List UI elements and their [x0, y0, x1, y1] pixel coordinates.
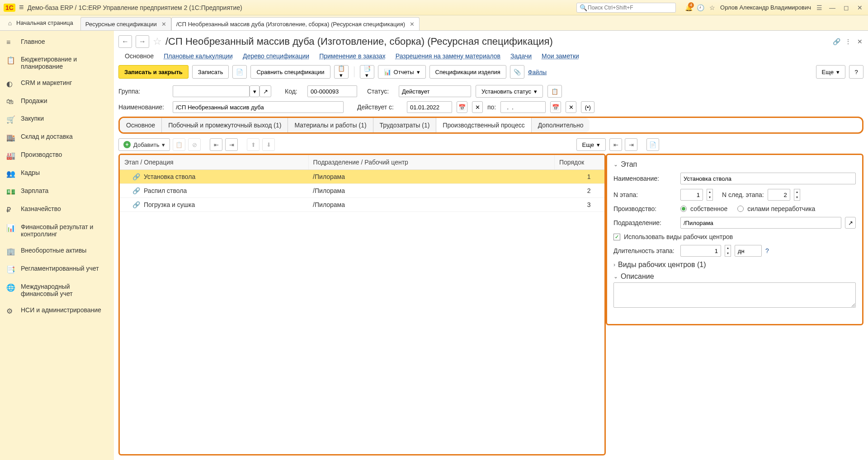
subnav-apply[interactable]: Применение в заказах — [319, 52, 386, 60]
group-dropdown-button[interactable]: ▾ — [250, 85, 259, 97]
sidebar-item-11[interactable]: 🏢Внеоборотные активы — [0, 242, 110, 260]
inner-tab-additional[interactable]: Дополнительно — [532, 118, 590, 132]
tab-spec-item[interactable]: /СП Необрезанный массив дуба (Изготовлен… — [171, 17, 420, 30]
group-input[interactable] — [173, 85, 250, 97]
sidebar-item-5[interactable]: 🏬Склад и доставка — [0, 128, 110, 146]
list-more-button[interactable]: Еще ▾ — [576, 138, 606, 151]
desc-textarea[interactable] — [613, 282, 856, 308]
sidebar-item-2[interactable]: ◐CRM и маркетинг — [0, 75, 110, 93]
notifications-icon[interactable]: 🔔4 — [685, 4, 692, 11]
det-unit-input[interactable] — [680, 217, 841, 229]
date-clear-button2[interactable]: ✕ — [566, 101, 576, 113]
sidebar-item-3[interactable]: 🛍Продажи — [0, 93, 110, 110]
inner-tab-process[interactable]: Производственный процесс — [436, 118, 531, 132]
subnav-plan[interactable]: Плановые калькуляции — [164, 52, 233, 60]
status-extra-button[interactable]: 📋 — [547, 85, 562, 98]
detail-collapse-button[interactable]: ⇥ — [625, 138, 637, 151]
help-button[interactable]: ? — [849, 65, 863, 79]
sidebar-item-8[interactable]: 💵Зарплата — [0, 183, 110, 201]
set-status-button[interactable]: Установить статус ▾ — [476, 85, 543, 98]
subnav-main[interactable]: Основное — [125, 52, 154, 60]
sidebar-item-7[interactable]: 👥Кадры — [0, 164, 110, 183]
sidebar-item-6[interactable]: 🏭Производство — [0, 146, 110, 164]
delete-row-button[interactable]: ⊘ — [188, 138, 201, 151]
use-rc-checkbox[interactable]: ✓ — [613, 234, 620, 240]
stage-n-spinner[interactable]: ▴▾ — [707, 189, 713, 201]
det-name-input[interactable] — [680, 173, 856, 184]
code-input[interactable] — [307, 85, 357, 97]
dur-help-icon[interactable]: ? — [765, 247, 769, 254]
maximize-button[interactable]: ◻ — [842, 4, 851, 11]
favorite-icon[interactable]: ☆ — [708, 4, 716, 11]
sidebar-item-14[interactable]: ⚙НСИ и администрирование — [0, 302, 110, 320]
inner-tab-byproduct[interactable]: Побочный и промежуточный выход (1) — [162, 118, 288, 132]
table-row[interactable]: 🔗Установка ствола/Пилорама1 — [120, 170, 604, 184]
settings-icon[interactable]: ☰ — [816, 4, 823, 11]
global-search[interactable]: 🔍 — [576, 3, 676, 13]
inner-tab-materials[interactable]: Материалы и работы (1) — [288, 118, 373, 132]
col-unit[interactable]: Подразделение / Рабочий центр — [308, 155, 554, 170]
subnav-tasks[interactable]: Задачи — [510, 52, 532, 60]
move-down-button[interactable]: ⬇ — [262, 138, 275, 151]
detail-form-button[interactable]: 📄 — [646, 138, 659, 151]
nav-forward-button[interactable]: → — [136, 35, 149, 48]
save-close-button[interactable]: Записать и закрыть — [118, 65, 189, 79]
copy-dropdown-button[interactable]: 📋▾ — [334, 65, 349, 79]
sidebar-item-9[interactable]: ₽Казначейство — [0, 201, 110, 219]
det-dur-input[interactable] — [680, 245, 721, 257]
radio-own[interactable] — [680, 206, 687, 212]
next-n-spinner[interactable]: ▴▾ — [794, 189, 800, 201]
inner-tab-main[interactable]: Основное — [120, 118, 162, 132]
history-icon[interactable]: 🕘 — [697, 4, 704, 11]
collapse-button[interactable]: ⇥ — [225, 138, 238, 151]
copy-row-button[interactable]: 📋 — [173, 138, 185, 151]
add-button[interactable]: + Добавить ▾ — [118, 138, 170, 151]
tab-home[interactable]: ⌂ Начальная страница — [0, 15, 80, 30]
col-stage[interactable]: Этап / Операция — [120, 155, 308, 170]
name-input[interactable] — [173, 101, 344, 113]
section-stage[interactable]: ⌄ Этап — [613, 159, 856, 170]
dur-spinner[interactable]: ▴▾ — [725, 245, 731, 257]
det-dur-unit[interactable] — [735, 245, 762, 257]
section-rc-types[interactable]: › Виды рабочих центров (1) — [613, 259, 856, 271]
stages-table[interactable]: Этап / Операция Подразделение / Рабочий … — [120, 155, 604, 212]
sidebar-item-0[interactable]: ≡Главное — [0, 33, 110, 51]
group-open-button[interactable]: ↗ — [259, 85, 271, 97]
date-clear-button[interactable]: ✕ — [472, 101, 483, 113]
det-stage-n-input[interactable] — [680, 189, 703, 201]
subnav-repl[interactable]: Разрешения на замену материалов — [396, 52, 500, 60]
table-row[interactable]: 🔗Распил ствола/Пилорама2 — [120, 184, 604, 198]
unit-open-button[interactable]: ↗ — [845, 217, 856, 229]
more-button[interactable]: Еще ▾ — [816, 65, 845, 79]
sidebar-item-1[interactable]: 📋Бюджетирование и планирование — [0, 51, 110, 75]
valid-to-input[interactable] — [500, 101, 546, 113]
tab-resource-specs[interactable]: Ресурсные спецификации ✕ — [80, 17, 171, 30]
close-page-icon[interactable]: ✕ — [856, 38, 863, 45]
tab-close-icon[interactable]: ✕ — [160, 21, 166, 28]
compare-button[interactable]: Сравнить спецификации — [250, 65, 330, 79]
radio-ext[interactable] — [737, 206, 744, 212]
sidebar-item-12[interactable]: 📑Регламентированный учет — [0, 260, 110, 278]
move-up-button[interactable]: ⬆ — [247, 138, 259, 151]
sidebar-item-4[interactable]: 🛒Закупки — [0, 110, 110, 128]
tab-close-icon[interactable]: ✕ — [408, 21, 415, 28]
sidebar-item-13[interactable]: 🌐Международный финансовый учет — [0, 278, 110, 302]
expand-button[interactable]: ⇤ — [210, 138, 222, 151]
date-picker-button[interactable]: 📅 — [457, 101, 467, 113]
subnav-notes[interactable]: Мои заметки — [542, 52, 579, 60]
list-button[interactable]: 📄 — [232, 65, 247, 79]
link-icon[interactable]: 🔗 — [833, 38, 840, 45]
nav-back-button[interactable]: ← — [118, 35, 132, 48]
table-row[interactable]: 🔗Погрузка и сушка/Пилорама3 — [120, 198, 604, 212]
reports-button[interactable]: 📊 Отчеты ▾ — [378, 65, 426, 79]
menu-icon[interactable]: ≡ — [19, 3, 24, 12]
subnav-tree[interactable]: Дерево спецификации — [243, 52, 309, 60]
section-desc[interactable]: ⌄ Описание — [613, 271, 856, 282]
col-order[interactable]: Порядок — [555, 155, 604, 170]
inner-tab-labor[interactable]: Трудозатраты (1) — [373, 118, 437, 132]
kebab-icon[interactable]: ⋮ — [844, 38, 852, 45]
sidebar-item-10[interactable]: 📊Финансовый результат и контроллинг — [0, 219, 110, 242]
search-input[interactable] — [587, 4, 673, 11]
save-button[interactable]: Записать — [192, 65, 229, 79]
detail-expand-button[interactable]: ⇤ — [609, 138, 622, 151]
